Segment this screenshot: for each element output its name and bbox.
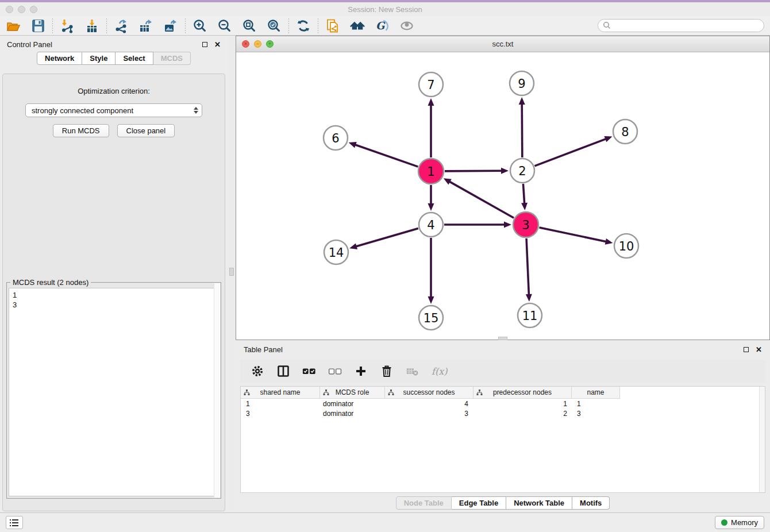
search-input[interactable] [598,19,764,32]
zoom-selected-button[interactable] [267,18,282,33]
export-network-button[interactable] [114,18,129,33]
zoom-selected-icon [267,18,282,33]
refresh-layout-button[interactable] [296,18,311,33]
open-session-button[interactable] [6,18,21,33]
gear-icon [251,364,264,378]
graph-node-8[interactable]: 8 [613,119,637,144]
graph-node-11[interactable]: 11 [518,303,542,327]
tab-edge-table[interactable]: Edge Table [452,496,506,510]
cybrowser-button[interactable]: G [375,18,390,33]
graph-node-7[interactable]: 7 [419,72,443,97]
graph-node-15[interactable]: 15 [419,306,443,330]
network-title: scc.txt [236,40,769,48]
tab-motifs[interactable]: Motifs [572,496,610,510]
zoom-in-icon [192,18,207,33]
graph-node-10[interactable]: 10 [614,234,638,258]
split-view-button[interactable] [276,364,290,378]
delete-table-button[interactable] [406,364,419,378]
table-row[interactable]: 1 dominator 4 1 1 [241,399,765,408]
import-network-button[interactable] [60,18,75,33]
graph-node-2[interactable]: 2 [510,159,534,183]
memory-button[interactable]: Memory [715,516,764,529]
cell-predecessor-nodes[interactable]: 2 [473,410,572,418]
cell-mcds-role[interactable]: dominator [320,410,385,418]
float-table-panel-icon[interactable] [744,347,749,352]
graph-node-6[interactable]: 6 [324,126,348,150]
edge-arrowhead [504,222,511,228]
graph-edge-3-10[interactable] [539,228,607,242]
close-panel-button[interactable]: Close panel [117,124,175,137]
tab-node-table[interactable]: Node Table [396,496,452,510]
tab-mcds[interactable]: MCDS [153,52,191,65]
cell-name[interactable]: 3 [572,410,620,418]
zoom-fit-button[interactable] [242,18,257,33]
save-session-button[interactable] [30,18,45,33]
criterion-dropdown[interactable]: strongly connected component [25,103,202,117]
column-header-mcds-role[interactable]: MCDS role [320,387,385,399]
cell-name[interactable]: 1 [572,400,620,408]
select-all-button[interactable] [302,364,316,378]
graph-edge-3-1[interactable] [448,181,514,218]
graph-edge-1-6[interactable] [354,144,418,167]
add-column-button[interactable] [354,364,368,378]
export-table-button[interactable] [138,18,153,33]
float-panel-icon[interactable] [202,42,207,47]
table-settings-button[interactable] [251,364,264,378]
graph-node-4[interactable]: 4 [419,213,443,237]
table-row[interactable]: 3 dominator 3 2 3 [241,408,765,418]
zoom-out-button[interactable] [217,18,232,33]
graph-edge-2-8[interactable] [535,138,607,166]
close-window-button[interactable] [6,6,13,13]
hide-panel-button[interactable] [399,18,414,33]
result-scrollbar[interactable] [214,283,220,498]
graph-edge-1-2[interactable] [445,171,503,171]
tab-style[interactable]: Style [82,52,116,65]
graph-node-9[interactable]: 9 [510,71,534,95]
cell-predecessor-nodes[interactable]: 1 [473,400,572,408]
graph-edge-2-9[interactable] [522,103,522,157]
cell-successor-nodes[interactable]: 3 [385,410,473,418]
cell-shared-name[interactable]: 3 [241,410,320,418]
run-mcds-button[interactable]: Run MCDS [53,124,109,137]
close-panel-icon[interactable]: ✕ [214,41,221,48]
cell-successor-nodes[interactable]: 4 [385,400,473,408]
deselect-all-button[interactable] [328,364,342,378]
node-label: 2 [518,164,526,178]
network-resize-handle[interactable] [498,337,507,340]
graph-node-14[interactable]: 14 [324,240,348,264]
cell-shared-name[interactable]: 1 [241,400,320,408]
zoom-window-button[interactable] [30,6,37,13]
edge-arrowhead [526,294,532,302]
delete-column-button[interactable] [380,364,394,378]
splitter-handle[interactable] [229,268,234,276]
import-table-button[interactable] [84,18,99,33]
table-scrollbar[interactable] [759,387,765,492]
tab-network[interactable]: Network [37,52,82,65]
zoom-in-button[interactable] [192,18,207,33]
column-header-shared-name[interactable]: shared name [241,387,320,399]
cell-mcds-role[interactable]: dominator [320,400,385,408]
tab-select[interactable]: Select [116,52,153,65]
network-canvas[interactable]: 7968124314101511 [236,52,769,340]
memory-status-icon [721,519,727,526]
graph-node-1[interactable]: 1 [418,159,444,184]
graph-node-3[interactable]: 3 [513,212,538,237]
tab-network-table[interactable]: Network Table [506,496,572,510]
mcds-result-text[interactable]: 1 3 [9,288,219,496]
column-header-successor-nodes[interactable]: successor nodes [385,387,473,399]
column-header-name[interactable]: name [572,387,620,399]
close-table-panel-icon[interactable]: ✕ [756,346,762,353]
network-view-window: × − + scc.txt 7968124314101511 [236,36,770,340]
export-image-button[interactable] [163,18,178,33]
function-builder-button[interactable]: f(x) [432,366,447,377]
graph-edge-3-11[interactable] [526,238,529,296]
task-history-button[interactable] [6,516,23,529]
main-toolbar: G [0,16,770,36]
minimize-window-button[interactable] [18,6,25,13]
graph-edge-4-14[interactable] [355,228,418,246]
column-header-predecessor-nodes[interactable]: predecessor nodes [473,387,572,399]
graph-edge-2-3[interactable] [523,184,524,205]
panel-splitter[interactable] [228,36,236,512]
clone-network-button[interactable] [325,18,340,33]
home-button[interactable] [350,18,365,33]
